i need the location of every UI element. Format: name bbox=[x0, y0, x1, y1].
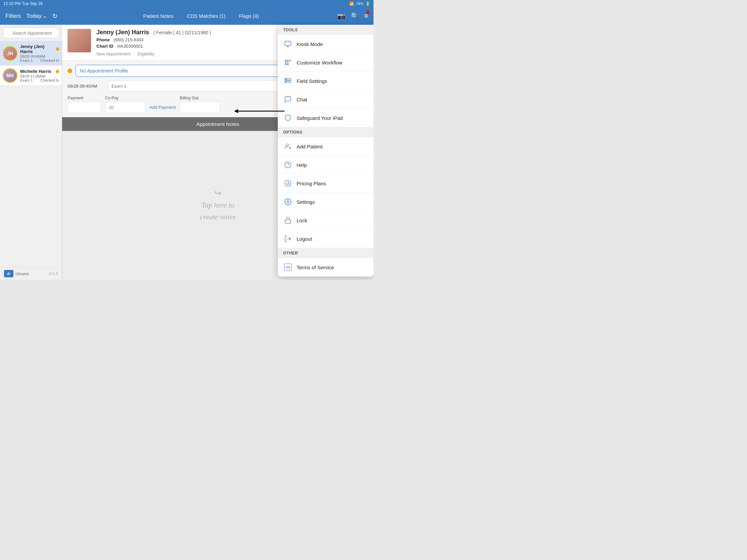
svg-point-4 bbox=[287, 60, 288, 61]
status-dot bbox=[56, 47, 59, 51]
battery-display: 74% bbox=[356, 2, 363, 6]
notes-tap-text: Tap here tocreate notes bbox=[200, 199, 235, 222]
status-bar: 12:10 PM Tue Sep 28 📶 74% 🔋 bbox=[0, 0, 374, 7]
patient-name: Michelle Harris bbox=[20, 69, 51, 74]
avatar: MH bbox=[3, 68, 18, 83]
kiosk-mode-label: Kiosk Mode bbox=[297, 41, 323, 47]
kiosk-mode-item[interactable]: Kiosk Mode bbox=[278, 35, 374, 53]
svg-rect-22 bbox=[285, 220, 291, 223]
field-settings-label: Field Settings bbox=[297, 78, 327, 84]
add-patient-label: Add Patient bbox=[297, 144, 323, 150]
search-wrapper: 🔍 bbox=[3, 28, 59, 38]
svg-point-7 bbox=[287, 64, 288, 65]
list-item[interactable]: JH Jenny (Jen) Harris 09/28 09:40AM Exam… bbox=[0, 41, 62, 65]
notes-arrow-icon: ↩ bbox=[215, 188, 221, 198]
dr-icon: dr bbox=[4, 270, 14, 277]
svg-point-13 bbox=[286, 79, 286, 80]
options-section-header: OPTIONS bbox=[278, 127, 374, 137]
search-icon[interactable]: 🔍 bbox=[351, 12, 359, 20]
nav-bar: Filters Today ⌄ ↻ Patient Notes CDS Matc… bbox=[0, 7, 374, 25]
logout-item[interactable]: Logout bbox=[278, 230, 374, 248]
patient-full-name: Jenny (Jen) Harris bbox=[96, 29, 149, 35]
patient-photo bbox=[68, 29, 91, 52]
eligibility-link[interactable]: Eligibility bbox=[137, 51, 155, 56]
patient-status: Checked In bbox=[40, 58, 59, 62]
search-bar: 🔍 bbox=[0, 25, 62, 41]
field-settings-item[interactable]: Field Settings bbox=[278, 72, 374, 90]
pricing-plans-item[interactable]: Pricing Plans bbox=[278, 174, 374, 193]
svg-point-14 bbox=[286, 81, 286, 82]
svg-rect-0 bbox=[285, 41, 291, 46]
settings-icon bbox=[283, 197, 292, 207]
help-item[interactable]: Help bbox=[278, 156, 374, 174]
logout-label: Logout bbox=[297, 236, 312, 242]
patient-date: 09/28 11:06AM bbox=[20, 74, 59, 78]
status-dot bbox=[56, 70, 59, 73]
battery-icon: 🔋 bbox=[365, 2, 370, 6]
svg-point-3 bbox=[285, 60, 286, 61]
tab-flags[interactable]: Flags (4) bbox=[239, 13, 259, 19]
help-label: Help bbox=[297, 162, 307, 168]
drchrono-logo: dr chrono v3.1.5 bbox=[0, 267, 62, 280]
appointment-datetime: 09/28 09:40AM bbox=[68, 84, 104, 89]
nav-tabs: Patient Notes CDS Matches (1) Flags (4) bbox=[68, 13, 335, 19]
filters-button[interactable]: Filters bbox=[5, 13, 21, 20]
list-item[interactable]: MH Michelle Harris 09/28 11:06AM Exam 1 … bbox=[0, 65, 62, 86]
patient-exam: Exam 1 bbox=[20, 58, 32, 62]
billing-status-input[interactable] bbox=[180, 102, 220, 113]
status-left: 12:10 PM Tue Sep 28 bbox=[3, 1, 43, 6]
add-payment-link[interactable]: Add Payment bbox=[150, 105, 176, 110]
patient-demographics: ( Female | 41 | 02/11/1980 ) bbox=[154, 30, 211, 35]
customize-workflow-item[interactable]: Customize Workflow bbox=[278, 53, 374, 72]
new-appointment-link[interactable]: New Appointment bbox=[96, 51, 131, 56]
chat-item[interactable]: Chat bbox=[278, 90, 374, 109]
tos-item[interactable]: TOS Terms of Service bbox=[278, 258, 374, 277]
today-button[interactable]: Today ⌄ bbox=[26, 12, 47, 20]
settings-label: Settings bbox=[297, 199, 315, 205]
refresh-button[interactable]: ↻ bbox=[52, 12, 60, 20]
billing-label: Billing Stat bbox=[180, 96, 220, 100]
workflow-icon bbox=[283, 58, 292, 67]
main-content: 🔍 JH Jenny (Jen) Harris 09/28 09:40AM Ex… bbox=[0, 25, 374, 280]
tools-dropdown-menu: TOOLS Kiosk Mode bbox=[278, 25, 374, 277]
copay-input[interactable] bbox=[105, 102, 146, 113]
left-panel: 🔍 JH Jenny (Jen) Harris 09/28 09:40AM Ex… bbox=[0, 25, 62, 280]
lock-item[interactable]: Lock bbox=[278, 211, 374, 230]
monitor-icon bbox=[283, 39, 292, 49]
tab-cds-matches[interactable]: CDS Matches (1) bbox=[187, 13, 225, 19]
version-text: v3.1.5 bbox=[49, 272, 58, 276]
chat-label: Chat bbox=[297, 97, 307, 102]
tools-section-header: TOOLS bbox=[278, 25, 374, 35]
add-patient-icon bbox=[283, 142, 292, 151]
date-display: Tue Sep 28 bbox=[22, 1, 43, 6]
status-right: 📶 74% 🔋 bbox=[349, 2, 370, 6]
tab-patient-notes[interactable]: Patient Notes bbox=[143, 13, 173, 19]
menu-wrapper: ≡ bbox=[364, 12, 368, 20]
safeguard-label: Safeguard Your iPad bbox=[297, 115, 343, 121]
svg-point-21 bbox=[287, 201, 289, 203]
patient-list: JH Jenny (Jen) Harris 09/28 09:40AM Exam… bbox=[0, 41, 62, 267]
lock-icon bbox=[283, 216, 292, 225]
svg-marker-25 bbox=[234, 109, 238, 113]
avatar: JH bbox=[3, 46, 18, 61]
patient-exam: Exam 1 bbox=[20, 78, 32, 82]
patient-status: Checked In bbox=[40, 78, 59, 82]
patient-name: Jenny (Jen) Harris bbox=[20, 44, 56, 54]
logout-icon bbox=[283, 234, 292, 243]
pricing-plans-label: Pricing Plans bbox=[297, 181, 326, 186]
search-input[interactable] bbox=[3, 28, 59, 38]
chevron-down-icon: ⌄ bbox=[42, 12, 47, 20]
settings-item[interactable]: Settings bbox=[278, 193, 374, 211]
tos-label: Terms of Service bbox=[297, 265, 334, 270]
payment-input[interactable] bbox=[68, 102, 101, 113]
safeguard-item[interactable]: Safeguard Your iPad bbox=[278, 109, 374, 127]
tos-icon: TOS bbox=[283, 263, 292, 272]
field-settings-icon bbox=[283, 76, 292, 86]
add-patient-item[interactable]: Add Patient bbox=[278, 137, 374, 156]
lock-label: Lock bbox=[297, 218, 307, 223]
svg-point-15 bbox=[286, 144, 288, 146]
svg-point-18 bbox=[285, 162, 291, 168]
pricing-icon bbox=[283, 179, 292, 188]
nav-left: Filters Today ⌄ ↻ bbox=[5, 12, 68, 20]
camera-icon[interactable]: 📷 bbox=[337, 12, 345, 20]
